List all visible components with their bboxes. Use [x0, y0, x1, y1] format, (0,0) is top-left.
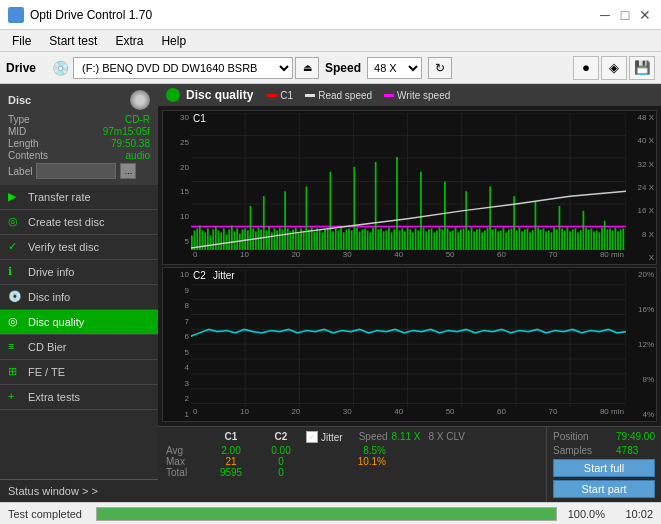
svg-rect-113 — [449, 231, 451, 250]
drive-select[interactable]: (F:) BENQ DVD DD DW1640 BSRB — [73, 57, 293, 79]
menu-help[interactable]: Help — [153, 32, 194, 50]
c1-chart: 30 25 20 15 10 5 48 X 40 X 32 X 24 X 16 … — [162, 110, 657, 265]
svg-rect-133 — [503, 227, 505, 250]
c2-yr-16: 16% — [628, 305, 654, 314]
sidebar-item-fe-te[interactable]: ⊞ FE / TE — [0, 360, 158, 385]
sidebar-menu: ▶ Transfer rate ◎ Create test disc ✓ Ver… — [0, 185, 158, 502]
svg-rect-112 — [447, 228, 449, 250]
eject-button[interactable]: ⏏ — [295, 57, 319, 79]
c2-yr-20: 20% — [628, 270, 654, 279]
sidebar-item-extra-tests[interactable]: + Extra tests — [0, 385, 158, 410]
close-button[interactable]: ✕ — [637, 7, 653, 23]
svg-rect-84 — [372, 227, 374, 250]
stats-avg-c2: 0.00 — [256, 445, 306, 456]
c2-y-axis: 10 9 8 7 6 5 4 3 2 1 — [163, 268, 191, 421]
svg-rect-156 — [564, 230, 566, 250]
menu-extra[interactable]: Extra — [107, 32, 151, 50]
speed-select[interactable]: 48 X 40 X 32 X 24 X 16 X 8 X — [367, 57, 422, 79]
drive-action-2[interactable]: ◈ — [601, 56, 627, 80]
sidebar: Disc Type CD-R MID 97m15:05f Length 79:5… — [0, 84, 158, 502]
svg-rect-25 — [215, 227, 217, 250]
c2-x-80: 80 min — [600, 407, 624, 421]
svg-rect-110 — [441, 229, 443, 250]
menu-start-test[interactable]: Start test — [41, 32, 105, 50]
svg-rect-102 — [420, 172, 422, 250]
svg-rect-158 — [569, 231, 571, 250]
minimize-button[interactable]: ─ — [597, 7, 613, 23]
c2-yr-8: 8% — [628, 375, 654, 384]
drive-action-icons: ● ◈ 💾 — [573, 56, 655, 80]
c1-y-axis: 30 25 20 15 10 5 — [163, 111, 191, 264]
svg-rect-49 — [279, 227, 281, 250]
start-full-button[interactable]: Start full — [553, 459, 655, 477]
start-part-button[interactable]: Start part — [553, 480, 655, 498]
jitter-checkbox[interactable]: ✓ — [306, 431, 318, 443]
svg-rect-168 — [596, 230, 598, 250]
sidebar-item-disc-info[interactable]: 💿 Disc info — [0, 285, 158, 310]
svg-rect-97 — [407, 227, 409, 250]
extra-tests-icon: + — [8, 390, 22, 404]
menu-file[interactable]: File — [4, 32, 39, 50]
svg-rect-32 — [234, 231, 236, 250]
transfer-rate-icon: ▶ — [8, 190, 22, 204]
sidebar-item-disc-quality[interactable]: ◎ Disc quality — [0, 310, 158, 335]
svg-rect-44 — [266, 230, 268, 250]
progress-time: 10:02 — [613, 508, 653, 520]
legend-write-speed-dot — [384, 94, 394, 97]
svg-rect-71 — [337, 230, 339, 250]
status-window-item[interactable]: Status window > > — [0, 479, 158, 502]
svg-rect-76 — [351, 230, 353, 250]
svg-rect-140 — [521, 231, 523, 250]
disc-label-row: Label ... — [8, 163, 150, 179]
sidebar-item-label-verify-test-disc: Verify test disc — [28, 241, 99, 253]
drive-action-1[interactable]: ● — [573, 56, 599, 80]
samples-value: 4783 — [616, 445, 638, 456]
disc-info-icon: 💿 — [8, 290, 22, 304]
sidebar-item-create-test-disc[interactable]: ◎ Create test disc — [0, 210, 158, 235]
svg-rect-89 — [385, 230, 387, 250]
svg-rect-81 — [364, 228, 366, 250]
svg-rect-118 — [463, 228, 465, 250]
position-row: Position 79:49.00 — [553, 431, 655, 442]
c2-x-10: 10 — [240, 407, 249, 421]
samples-row: Samples 4783 — [553, 445, 655, 456]
svg-rect-74 — [345, 229, 347, 250]
sidebar-item-verify-test-disc[interactable]: ✓ Verify test disc — [0, 235, 158, 260]
svg-rect-177 — [620, 229, 622, 250]
svg-rect-56 — [298, 232, 300, 250]
c1-yr-32x: 32 X — [628, 160, 654, 169]
progress-bar-area: Test completed 100.0% 10:02 — [0, 502, 661, 524]
disc-length-value: 79:50.38 — [111, 138, 150, 149]
c1-yr-48x: 48 X — [628, 113, 654, 122]
disc-label-label: Label — [8, 166, 32, 177]
sidebar-item-transfer-rate[interactable]: ▶ Transfer rate — [0, 185, 158, 210]
c2-y-6: 6 — [165, 332, 189, 341]
stats-avg-label: Avg — [166, 445, 206, 456]
c1-x-40: 40 — [394, 250, 403, 264]
main-area: Disc Type CD-R MID 97m15:05f Length 79:5… — [0, 84, 661, 502]
speed-refresh-button[interactable]: ↻ — [428, 57, 452, 79]
disc-label-input[interactable] — [36, 163, 116, 179]
maximize-button[interactable]: □ — [617, 7, 633, 23]
svg-rect-51 — [284, 191, 286, 250]
svg-rect-66 — [324, 229, 326, 250]
c1-x-30: 30 — [343, 250, 352, 264]
disc-contents-label: Contents — [8, 150, 48, 161]
sidebar-item-cd-bier[interactable]: ≡ CD Bier — [0, 335, 158, 360]
sidebar-item-label-drive-info: Drive info — [28, 266, 74, 278]
sidebar-item-drive-info[interactable]: ℹ Drive info — [0, 260, 158, 285]
svg-rect-138 — [516, 230, 518, 250]
svg-rect-90 — [388, 227, 390, 250]
disc-mid-value: 97m15:05f — [103, 126, 150, 137]
svg-rect-27 — [220, 232, 222, 250]
c2-x-30: 30 — [343, 407, 352, 421]
disc-mid-row: MID 97m15:05f — [8, 126, 150, 137]
disc-label-button[interactable]: ... — [120, 163, 136, 179]
svg-rect-155 — [561, 228, 563, 250]
title-bar-left: Opti Drive Control 1.70 — [8, 7, 152, 23]
content-area: Disc quality C1 Read speed Write speed — [158, 84, 661, 502]
stats-max-c1: 21 — [206, 456, 256, 467]
svg-rect-136 — [511, 228, 513, 250]
svg-rect-77 — [353, 167, 355, 250]
drive-action-save[interactable]: 💾 — [629, 56, 655, 80]
